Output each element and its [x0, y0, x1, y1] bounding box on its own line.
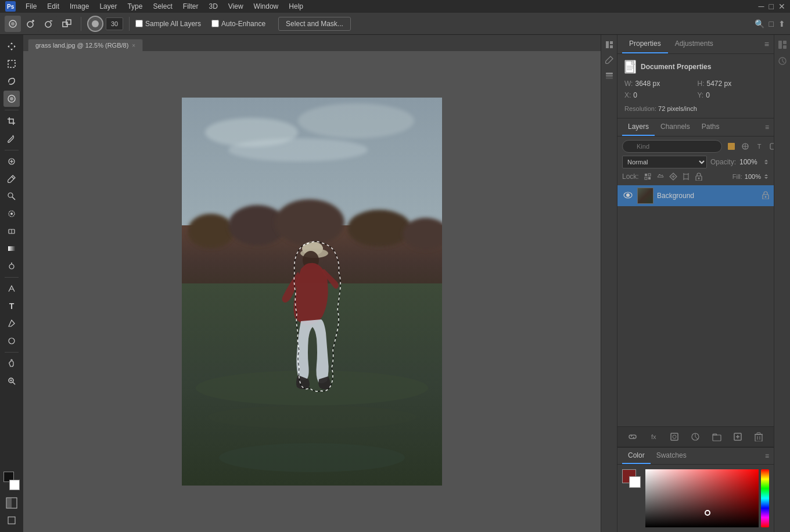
- color-preview[interactable]: [622, 469, 641, 488]
- fill-arrows-icon[interactable]: [763, 174, 769, 179]
- minimize-button[interactable]: ─: [759, 2, 764, 11]
- svg-rect-34: [8, 517, 15, 524]
- eraser-tool[interactable]: [3, 223, 20, 239]
- tab-paths[interactable]: Paths: [696, 118, 726, 136]
- tab-color[interactable]: Color: [622, 448, 651, 464]
- properties-panel-menu[interactable]: ≡: [764, 39, 769, 49]
- add-mask-button[interactable]: [668, 430, 681, 443]
- add-to-selection-button[interactable]: [23, 16, 39, 32]
- tab-properties[interactable]: Properties: [622, 35, 668, 53]
- tab-channels[interactable]: Channels: [655, 118, 696, 136]
- quick-selection-tool[interactable]: [3, 91, 20, 107]
- crop-tool[interactable]: [3, 113, 20, 130]
- layer-fx-button[interactable]: fx: [647, 430, 660, 443]
- menu-file[interactable]: File: [21, 1, 41, 12]
- add-group-button[interactable]: [710, 430, 723, 443]
- pen-tool[interactable]: [3, 281, 20, 297]
- add-layer-button[interactable]: [731, 430, 744, 443]
- menu-image[interactable]: Image: [65, 1, 94, 12]
- add-adjustment-button[interactable]: [689, 430, 702, 443]
- gradient-tool[interactable]: [3, 240, 20, 257]
- sample-all-layers-label[interactable]: Sample All Layers: [135, 20, 201, 28]
- menu-layer[interactable]: Layer: [95, 1, 121, 12]
- dodge-tool[interactable]: [3, 258, 20, 274]
- brush-size-display[interactable]: 30: [106, 17, 123, 30]
- canvas-icon-brush[interactable]: [603, 53, 616, 66]
- canvas-viewport[interactable]: [23, 51, 601, 532]
- color-content: [617, 465, 774, 532]
- search-icon[interactable]: 🔍: [755, 19, 764, 28]
- menu-help[interactable]: Help: [284, 1, 308, 12]
- filter-adjustment-icon[interactable]: [739, 141, 751, 152]
- menu-filter[interactable]: Filter: [178, 1, 203, 12]
- layer-item-background[interactable]: Background: [617, 185, 774, 206]
- link-layers-button[interactable]: [626, 430, 639, 443]
- layer-kind-input[interactable]: [622, 140, 722, 153]
- close-button[interactable]: ✕: [778, 2, 785, 11]
- menu-type[interactable]: Type: [123, 1, 147, 12]
- layer-blend-mode-select[interactable]: Normal: [622, 156, 707, 168]
- lock-transparent-icon[interactable]: [642, 171, 653, 182]
- share-icon[interactable]: ⬆: [778, 19, 785, 28]
- intersect-selection-button[interactable]: [59, 16, 75, 32]
- filter-pixel-icon[interactable]: [726, 141, 737, 152]
- subtract-from-selection-button[interactable]: [41, 16, 57, 32]
- layers-panel-menu[interactable]: ≡: [765, 123, 769, 131]
- screen-mode-button[interactable]: [3, 512, 20, 529]
- svg-point-3: [11, 22, 15, 26]
- opacity-value[interactable]: 100%: [739, 158, 760, 166]
- filter-type-icon[interactable]: T: [753, 141, 765, 152]
- shape-tool[interactable]: [3, 333, 20, 349]
- mini-panel-history-icon[interactable]: [776, 55, 789, 67]
- opacity-arrows-icon[interactable]: [763, 159, 769, 165]
- lasso-tool[interactable]: [3, 73, 20, 89]
- menu-select[interactable]: Select: [148, 1, 177, 12]
- lock-artboard-icon[interactable]: [681, 171, 691, 182]
- quick-mask-button[interactable]: [3, 495, 20, 511]
- tab-layers[interactable]: Layers: [622, 118, 655, 136]
- workspace-switcher-icon[interactable]: □: [769, 19, 774, 28]
- tab-adjustments[interactable]: Adjustments: [668, 35, 720, 53]
- tab-swatches[interactable]: Swatches: [651, 448, 692, 464]
- lock-image-icon[interactable]: [655, 171, 666, 182]
- document-tab[interactable]: grass land.jpg @ 12.5% (RGB/8) ×: [28, 39, 143, 51]
- eyedropper-tool[interactable]: [3, 131, 20, 147]
- menu-edit[interactable]: Edit: [42, 1, 64, 12]
- brush-tool[interactable]: [3, 171, 20, 187]
- lock-position-icon[interactable]: [668, 171, 678, 182]
- x-value: 0: [633, 91, 637, 99]
- move-tool[interactable]: [3, 38, 20, 55]
- menu-view[interactable]: View: [224, 1, 248, 12]
- fill-value[interactable]: 100%: [745, 173, 761, 180]
- layer-visibility-toggle[interactable]: [623, 192, 634, 200]
- auto-enhance-checkbox[interactable]: [211, 20, 219, 27]
- history-brush-tool[interactable]: [3, 206, 20, 222]
- color-hue-slider[interactable]: [761, 469, 769, 527]
- clone-stamp-tool[interactable]: [3, 188, 20, 204]
- canvas-icon-layers[interactable]: [603, 69, 616, 81]
- select-and-mask-button[interactable]: Select and Mask...: [278, 17, 351, 31]
- menu-window[interactable]: Window: [249, 1, 283, 12]
- path-selection-tool[interactable]: [3, 315, 20, 332]
- fill-label: Fill:: [732, 173, 742, 180]
- color-swatches[interactable]: [3, 472, 20, 490]
- marquee-tool[interactable]: [3, 56, 20, 72]
- mini-panel-properties-icon[interactable]: [776, 38, 789, 51]
- delete-layer-button[interactable]: [752, 430, 765, 443]
- sample-all-layers-checkbox[interactable]: [135, 20, 143, 27]
- canvas-icon-properties[interactable]: [603, 38, 616, 51]
- background-color[interactable]: [9, 480, 20, 490]
- menu-3d[interactable]: 3D: [204, 1, 222, 12]
- quick-selection-button[interactable]: [5, 16, 21, 32]
- lock-all-icon[interactable]: [694, 171, 704, 182]
- color-panel-menu[interactable]: ≡: [765, 452, 769, 460]
- zoom-tool[interactable]: [3, 373, 20, 389]
- maximize-button[interactable]: □: [769, 2, 774, 11]
- color-gradient-picker[interactable]: [645, 469, 759, 527]
- hand-tool[interactable]: [3, 355, 20, 372]
- document-tab-close[interactable]: ×: [132, 42, 135, 49]
- healing-brush-tool[interactable]: [3, 153, 20, 170]
- type-tool[interactable]: T: [3, 298, 20, 314]
- auto-enhance-label[interactable]: Auto-Enhance: [211, 20, 265, 28]
- color-background-preview[interactable]: [629, 476, 641, 488]
